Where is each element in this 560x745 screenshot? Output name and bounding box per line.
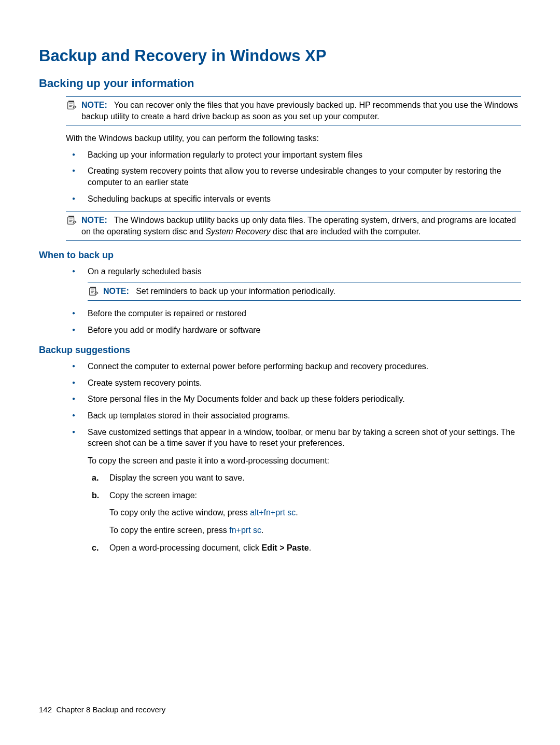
step-b: Copy the screen image: To copy only the … bbox=[88, 490, 521, 536]
list-item: Create system recovery points. bbox=[66, 377, 521, 389]
suggestions-list: Connect the computer to external power b… bbox=[66, 361, 521, 553]
section3-content: Connect the computer to external power b… bbox=[66, 361, 521, 553]
section-heading-suggestions: Backup suggestions bbox=[39, 345, 521, 356]
step-b-sub2: To copy the entire screen, press fn+prt … bbox=[109, 525, 521, 536]
note-block-3: NOTE: Set reminders to back up your info… bbox=[88, 283, 521, 301]
list-item: Backing up your information regularly to… bbox=[66, 149, 521, 161]
note-2-italic: System Recovery bbox=[205, 227, 270, 236]
key-combo-1: alt+fn+prt sc bbox=[250, 508, 296, 517]
intro-paragraph: With the Windows backup utility, you can… bbox=[66, 133, 521, 144]
chapter-label: Chapter 8 Backup and recovery bbox=[56, 705, 165, 714]
period: . bbox=[296, 508, 298, 517]
section2-content: On a regularly scheduled basis NOTE: Set… bbox=[66, 266, 521, 335]
section-heading-when: When to back up bbox=[39, 250, 521, 261]
note-label: NOTE: bbox=[103, 287, 129, 296]
list-item: Store personal files in the My Documents… bbox=[66, 393, 521, 405]
step-b-text: Copy the screen image: bbox=[109, 491, 197, 500]
list-item: Before the computer is repaired or resto… bbox=[66, 308, 521, 319]
step-b-sub1: To copy only the active window, press al… bbox=[109, 507, 521, 518]
note-label: NOTE: bbox=[81, 101, 107, 109]
when-list-top: On a regularly scheduled basis bbox=[66, 266, 521, 277]
list-item: Connect the computer to external power b… bbox=[66, 361, 521, 372]
note-label: NOTE: bbox=[81, 216, 107, 224]
bullet5-text: Save customized settings that appear in … bbox=[88, 428, 515, 448]
note-1-body: You can recover only the files that you … bbox=[81, 101, 518, 121]
list-item: Before you add or modify hardware or sof… bbox=[66, 325, 521, 336]
note-2-text: NOTE: The Windows backup utility backs u… bbox=[81, 215, 521, 237]
step-a: Display the screen you want to save. bbox=[88, 472, 521, 484]
note-icon bbox=[66, 215, 81, 226]
note-2-body-b: disc that are included with the computer… bbox=[271, 227, 421, 236]
steps-list: Display the screen you want to save. Cop… bbox=[88, 472, 521, 553]
key-combo-2: fn+prt sc bbox=[229, 526, 261, 535]
step-c: Open a word-processing document, click E… bbox=[88, 542, 521, 554]
list-item: On a regularly scheduled basis bbox=[66, 266, 521, 277]
note-icon bbox=[66, 100, 81, 111]
list-item: Save customized settings that appear in … bbox=[66, 427, 521, 554]
page-footer: 142 Chapter 8 Backup and recovery bbox=[39, 705, 165, 714]
list-item: Back up templates stored in their associ… bbox=[66, 410, 521, 421]
step-c-bold: Edit > Paste bbox=[261, 543, 309, 552]
note-icon bbox=[88, 286, 103, 297]
section1-content: NOTE: You can recover only the files tha… bbox=[66, 96, 521, 241]
list-item: Scheduling backups at specific intervals… bbox=[66, 193, 521, 205]
note-1-text: NOTE: You can recover only the files tha… bbox=[81, 100, 521, 122]
step-b-sub2-before: To copy the entire screen, press bbox=[109, 526, 229, 535]
step-b-sub1-before: To copy only the active window, press bbox=[109, 508, 250, 517]
page-number: 142 bbox=[39, 705, 52, 714]
when-list-bottom: Before the computer is repaired or resto… bbox=[66, 308, 521, 335]
section-heading-backing-up: Backing up your information bbox=[39, 77, 521, 90]
list-item: Creating system recovery points that all… bbox=[66, 165, 521, 188]
document-page: Backup and Recovery in Windows XP Backin… bbox=[0, 0, 560, 745]
period: . bbox=[309, 543, 311, 552]
period: . bbox=[261, 526, 263, 535]
step-c-before: Open a word-processing document, click bbox=[109, 543, 261, 552]
note-block-1: NOTE: You can recover only the files tha… bbox=[66, 96, 521, 125]
note-3-body: Set reminders to back up your informatio… bbox=[136, 287, 335, 296]
bullet5-subintro: To copy the screen and paste it into a w… bbox=[88, 455, 521, 467]
page-title: Backup and Recovery in Windows XP bbox=[39, 47, 521, 65]
tasks-list: Backing up your information regularly to… bbox=[66, 149, 521, 204]
note-3-text: NOTE: Set reminders to back up your info… bbox=[103, 286, 521, 297]
note-block-2: NOTE: The Windows backup utility backs u… bbox=[66, 212, 521, 241]
